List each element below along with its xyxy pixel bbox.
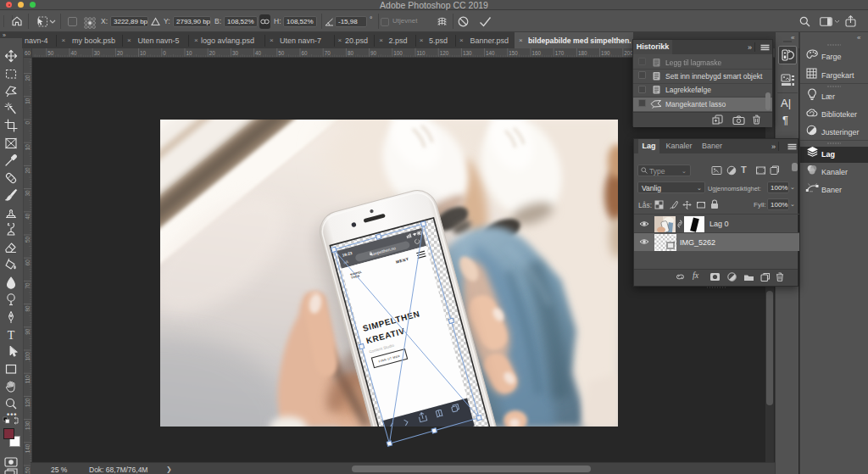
svg-text:60: 60: [25, 50, 31, 56]
svg-text:150: 150: [25, 467, 31, 474]
svg-text:150: 150: [509, 50, 518, 56]
svg-text:30: 30: [232, 50, 239, 56]
svg-text:10: 10: [25, 98, 31, 104]
svg-text:120: 120: [440, 50, 449, 56]
svg-text:90: 90: [25, 328, 31, 335]
svg-text:50: 50: [47, 50, 54, 56]
svg-text:70: 70: [25, 282, 31, 289]
svg-text:40: 40: [25, 213, 31, 220]
svg-text:130: 130: [463, 50, 472, 56]
svg-text:T: T: [8, 329, 15, 342]
svg-text:120: 120: [25, 398, 31, 407]
svg-text:80: 80: [25, 305, 31, 312]
svg-text:60: 60: [25, 259, 31, 266]
svg-text:20: 20: [209, 50, 216, 56]
svg-text:10: 10: [25, 144, 31, 151]
svg-text:10: 10: [140, 50, 147, 56]
svg-text:20: 20: [25, 75, 31, 81]
svg-text:110: 110: [25, 375, 31, 384]
svg-text:0: 0: [25, 121, 31, 125]
svg-text:180: 180: [578, 50, 587, 56]
svg-text:30: 30: [25, 190, 31, 197]
svg-text:40: 40: [71, 50, 78, 56]
svg-text:70: 70: [325, 50, 331, 56]
svg-text:30: 30: [94, 50, 101, 56]
svg-text:20: 20: [25, 167, 31, 174]
svg-text:80: 80: [348, 50, 354, 56]
svg-text:50: 50: [25, 237, 31, 243]
svg-text:110: 110: [417, 50, 426, 56]
svg-text:20: 20: [117, 50, 124, 56]
svg-text:130: 130: [25, 421, 31, 430]
svg-text:100: 100: [393, 50, 403, 56]
svg-text:50: 50: [278, 50, 285, 56]
svg-text:160: 160: [532, 50, 542, 56]
svg-text:90: 90: [370, 50, 377, 56]
svg-text:140: 140: [25, 443, 31, 453]
svg-text:40: 40: [255, 50, 262, 56]
svg-text:10: 10: [186, 50, 193, 56]
svg-text:190: 190: [601, 50, 610, 56]
svg-text:0: 0: [163, 50, 166, 56]
svg-text:100: 100: [25, 352, 31, 361]
svg-text:60: 60: [302, 50, 309, 56]
svg-text:140: 140: [486, 50, 495, 56]
svg-text:170: 170: [555, 50, 565, 56]
